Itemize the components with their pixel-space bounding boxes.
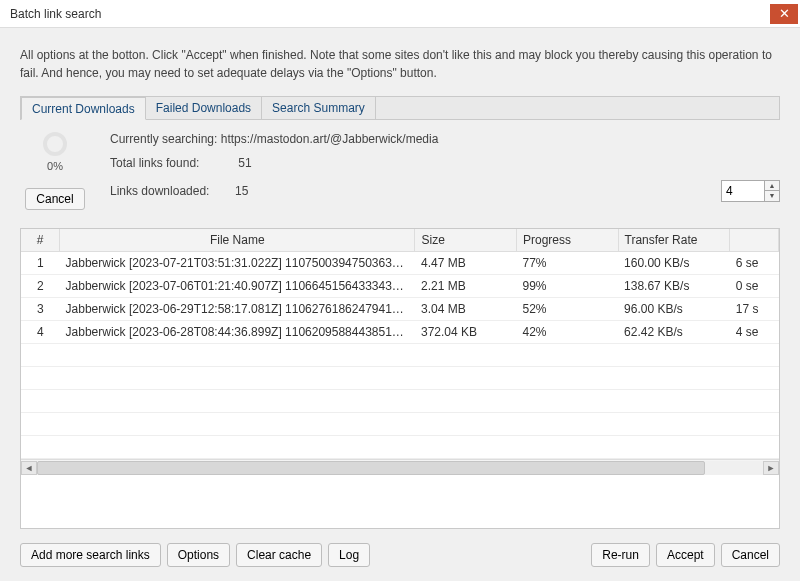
table-cell bbox=[618, 436, 730, 459]
stepper-buttons: ▲ ▼ bbox=[765, 180, 780, 202]
scroll-left-icon[interactable]: ◄ bbox=[21, 461, 37, 475]
scroll-right-icon[interactable]: ► bbox=[763, 461, 779, 475]
table-cell: 160.00 KB/s bbox=[618, 252, 730, 275]
spinner-percent: 0% bbox=[20, 160, 90, 172]
scroll-track[interactable] bbox=[37, 461, 763, 475]
table-cell bbox=[60, 367, 415, 390]
status-row: 0% Cancel Currently searching: https://m… bbox=[20, 132, 780, 212]
table-cell bbox=[415, 413, 517, 436]
table-cell: Jabberwick [2023-07-21T03:51:31.022Z] 11… bbox=[60, 252, 415, 275]
horizontal-scrollbar[interactable]: ◄ ► bbox=[21, 459, 779, 475]
tab-current-downloads[interactable]: Current Downloads bbox=[21, 97, 146, 120]
cancel-search-button[interactable]: Cancel bbox=[25, 188, 84, 210]
concurrency-stepper[interactable]: ▲ ▼ bbox=[721, 180, 780, 202]
table-cell: 1 bbox=[21, 252, 60, 275]
table-cell: 4 se bbox=[730, 321, 779, 344]
table-cell bbox=[60, 413, 415, 436]
downloaded-label: Links downloaded: bbox=[110, 184, 235, 198]
table-cell: 42% bbox=[517, 321, 619, 344]
cancel-button[interactable]: Cancel bbox=[721, 543, 780, 567]
col-header-filename[interactable]: File Name bbox=[60, 229, 415, 252]
table-cell: Jabberwick [2023-06-29T12:58:17.081Z] 11… bbox=[60, 298, 415, 321]
table-cell: 52% bbox=[517, 298, 619, 321]
table-row[interactable] bbox=[21, 344, 779, 367]
footer-buttons: Add more search links Options Clear cach… bbox=[20, 543, 780, 567]
table-cell: 372.04 KB bbox=[415, 321, 517, 344]
scroll-thumb[interactable] bbox=[37, 461, 705, 475]
table-cell bbox=[517, 367, 619, 390]
searching-label: Currently searching: bbox=[110, 132, 217, 146]
table-row[interactable]: 2Jabberwick [2023-07-06T01:21:40.907Z] 1… bbox=[21, 275, 779, 298]
table-cell bbox=[618, 367, 730, 390]
table-cell: 6 se bbox=[730, 252, 779, 275]
table-cell bbox=[618, 413, 730, 436]
table-cell bbox=[21, 436, 60, 459]
table-cell bbox=[730, 436, 779, 459]
total-links-label: Total links found: bbox=[110, 156, 235, 170]
col-header-rate[interactable]: Transfer Rate bbox=[618, 229, 730, 252]
table-cell: Jabberwick [2023-07-06T01:21:40.907Z] 11… bbox=[60, 275, 415, 298]
table-cell: 77% bbox=[517, 252, 619, 275]
downloaded-value: 15 bbox=[235, 184, 248, 198]
table-cell bbox=[517, 344, 619, 367]
downloads-table: # File Name Size Progress Transfer Rate … bbox=[21, 229, 779, 459]
table-row[interactable]: 3Jabberwick [2023-06-29T12:58:17.081Z] 1… bbox=[21, 298, 779, 321]
table-row[interactable] bbox=[21, 367, 779, 390]
options-button[interactable]: Options bbox=[167, 543, 230, 567]
table-row[interactable] bbox=[21, 413, 779, 436]
table-cell bbox=[415, 344, 517, 367]
table-cell bbox=[730, 390, 779, 413]
table-cell: 2 bbox=[21, 275, 60, 298]
rerun-button[interactable]: Re-run bbox=[591, 543, 650, 567]
stepper-up-icon[interactable]: ▲ bbox=[765, 181, 779, 191]
table-cell: 62.42 KB/s bbox=[618, 321, 730, 344]
table-row[interactable] bbox=[21, 390, 779, 413]
table-cell: 3.04 MB bbox=[415, 298, 517, 321]
searching-url: https://mastodon.art/@Jabberwick/media bbox=[221, 132, 439, 146]
concurrency-input[interactable] bbox=[721, 180, 765, 202]
clear-cache-button[interactable]: Clear cache bbox=[236, 543, 322, 567]
table-cell bbox=[730, 367, 779, 390]
window-title: Batch link search bbox=[10, 7, 770, 21]
log-button[interactable]: Log bbox=[328, 543, 370, 567]
table-cell bbox=[415, 436, 517, 459]
col-header-index[interactable]: # bbox=[21, 229, 60, 252]
table-cell bbox=[21, 390, 60, 413]
table-row[interactable] bbox=[21, 436, 779, 459]
table-cell bbox=[730, 344, 779, 367]
table-cell bbox=[21, 344, 60, 367]
table-cell bbox=[517, 390, 619, 413]
col-header-time[interactable] bbox=[730, 229, 779, 252]
dialog-content: All options at the botton. Click "Accept… bbox=[0, 28, 800, 581]
tab-strip: Current Downloads Failed Downloads Searc… bbox=[20, 96, 780, 120]
table-cell bbox=[60, 390, 415, 413]
tab-failed-downloads[interactable]: Failed Downloads bbox=[146, 97, 262, 119]
table-cell bbox=[730, 413, 779, 436]
table-cell: 3 bbox=[21, 298, 60, 321]
table-body: 1Jabberwick [2023-07-21T03:51:31.022Z] 1… bbox=[21, 252, 779, 459]
table-cell: 2.21 MB bbox=[415, 275, 517, 298]
stepper-down-icon[interactable]: ▼ bbox=[765, 191, 779, 201]
table-cell: 17 s bbox=[730, 298, 779, 321]
accept-button[interactable]: Accept bbox=[656, 543, 715, 567]
table-row[interactable]: 1Jabberwick [2023-07-21T03:51:31.022Z] 1… bbox=[21, 252, 779, 275]
downloads-table-wrap: # File Name Size Progress Transfer Rate … bbox=[20, 228, 780, 529]
col-header-size[interactable]: Size bbox=[415, 229, 517, 252]
table-cell bbox=[415, 390, 517, 413]
instructions-text: All options at the botton. Click "Accept… bbox=[20, 46, 780, 82]
table-cell: 4 bbox=[21, 321, 60, 344]
table-cell bbox=[21, 413, 60, 436]
table-cell bbox=[618, 344, 730, 367]
tab-search-summary[interactable]: Search Summary bbox=[262, 97, 376, 119]
progress-block: 0% Cancel bbox=[20, 132, 90, 210]
total-links-value: 51 bbox=[238, 156, 251, 170]
table-cell bbox=[517, 436, 619, 459]
titlebar: Batch link search ✕ bbox=[0, 0, 800, 28]
col-header-progress[interactable]: Progress bbox=[517, 229, 619, 252]
status-info: Currently searching: https://mastodon.ar… bbox=[90, 132, 780, 212]
close-icon[interactable]: ✕ bbox=[770, 4, 798, 24]
add-links-button[interactable]: Add more search links bbox=[20, 543, 161, 567]
table-row[interactable]: 4Jabberwick [2023-06-28T08:44:36.899Z] 1… bbox=[21, 321, 779, 344]
table-cell: 99% bbox=[517, 275, 619, 298]
table-cell bbox=[60, 436, 415, 459]
